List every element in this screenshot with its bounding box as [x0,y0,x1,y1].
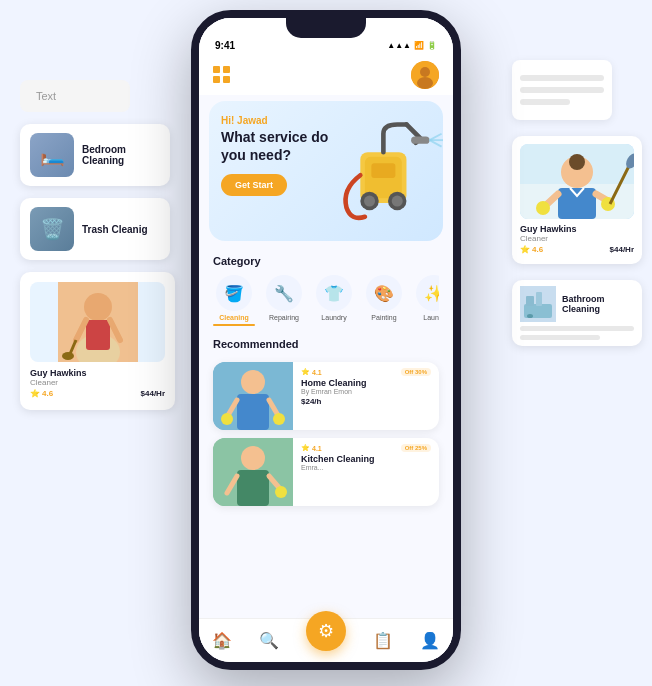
phone: 9:41 ▲▲▲ 📶 🔋 [191,10,461,670]
home-cleaning-off: Off 30% [401,368,431,376]
trash-cleaning-card[interactable]: 🗑️ Trash Cleanig [20,198,170,260]
svg-rect-47 [237,470,269,506]
left-person-price: $44/Hr [141,389,165,398]
category-list: 🪣 Cleaning 🔧 Repairing 👕 Laundry 🎨 [213,275,439,326]
category-item-repairing[interactable]: 🔧 Repairing [263,275,305,326]
right-person-price: $44/Hr [610,245,634,254]
nav-profile[interactable]: 👤 [420,631,440,650]
category-item-cleaning[interactable]: 🪣 Cleaning [213,275,255,326]
right-line-1 [520,75,604,81]
right-person-rating-row: ⭐ 4.6 $44/Hr [520,245,634,254]
active-underline [213,324,255,326]
bath-line-1 [520,326,634,331]
laun-label: Laun... [423,314,439,321]
left-person-role: Cleaner [30,378,87,387]
svg-point-26 [417,77,433,89]
home-cleaning-price: $24/h [301,397,431,406]
bathroom-lines [520,326,634,340]
laundry-icon-circle: 👕 [316,275,352,311]
laun-icon-circle: ✨ [416,275,439,311]
home-cleaning-image [213,362,293,430]
bottom-nav: 🏠 🔍 ⚙ 📋 👤 [199,618,453,662]
user-avatar[interactable] [411,61,439,89]
nav-home[interactable]: 🏠 [212,631,232,650]
rec-card-kitchen-cleaning[interactable]: ⭐ 4.1 Off 25% Kitchen Cleaning Emra... [213,438,439,506]
svg-point-25 [420,67,430,77]
nav-search[interactable]: 🔍 [259,631,279,650]
recommended-section: Recommennded [199,330,453,362]
home-cleaning-title: Home Cleaning [301,378,431,388]
repairing-label: Repairing [269,314,299,321]
menu-grid-icon[interactable] [213,66,231,84]
right-sidebar: Guy Hawkins Cleaner ⭐ 4.6 $44/Hr B [512,60,642,346]
painting-label: Painting [371,314,396,321]
kitchen-cleaning-title: Kitchen Cleaning [301,454,431,464]
recommended-title: Recommennded [213,338,439,350]
right-line-2 [520,87,604,93]
laundry-label: Laundry [321,314,346,321]
left-person-card[interactable]: Guy Hawkins Cleaner ⭐ 4.6 $44/Hr [20,272,175,410]
grid-dot-1 [213,66,220,73]
svg-point-43 [221,413,233,425]
svg-rect-21 [526,296,534,306]
svg-point-44 [273,413,285,425]
left-person-rating-row: ⭐ 4.6 $44/Hr [30,389,165,398]
right-person-card[interactable]: Guy Hawkins Cleaner ⭐ 4.6 $44/Hr [512,136,642,264]
svg-rect-11 [558,188,596,219]
nav-center-button[interactable]: ⚙ [306,611,346,651]
left-person-name: Guy Hawkins [30,368,87,378]
phone-screen: 9:41 ▲▲▲ 📶 🔋 [199,18,453,662]
category-item-laundry[interactable]: 👕 Laundry [313,275,355,326]
get-start-button[interactable]: Get Start [221,174,287,196]
repairing-icon-circle: 🔧 [266,275,302,311]
status-icons: ▲▲▲ 📶 🔋 [387,41,437,50]
kitchen-cleaning-meta: ⭐ 4.1 Off 25% [301,444,431,452]
kitchen-cleaning-rating: ⭐ 4.1 [301,444,322,452]
svg-line-32 [430,140,442,146]
rec-card-home-cleaning[interactable]: ⭐ 4.1 Off 30% Home Cleaning By Emran Emo… [213,362,439,430]
right-person-role: Cleaner [520,234,577,243]
phone-wrapper: 9:41 ▲▲▲ 📶 🔋 [191,10,461,670]
svg-point-23 [527,314,533,318]
category-section: Category 🪣 Cleaning 🔧 Repairing 👕 Laundr… [199,247,453,330]
cleaning-label: Cleaning [219,314,249,321]
hero-banner: Hi! Jawad What service do you need? Get … [209,101,443,241]
status-time: 9:41 [215,40,235,51]
home-cleaning-rating: ⭐ 4.1 [301,368,322,376]
painting-icon-circle: 🎨 [366,275,402,311]
left-person-info: Guy Hawkins Cleaner [30,368,165,387]
bathroom-image [520,286,556,322]
kitchen-cleaning-off: Off 25% [401,444,431,452]
svg-rect-22 [536,292,542,306]
right-lines-card [512,60,612,120]
svg-point-1 [84,293,112,321]
svg-point-12 [569,154,585,170]
right-person-image [520,144,634,219]
trash-card-title: Trash Cleanig [82,224,148,235]
svg-point-50 [275,486,287,498]
category-item-laun[interactable]: ✨ Laun... [413,275,439,326]
svg-point-16 [536,201,550,215]
category-item-painting[interactable]: 🎨 Painting [363,275,405,326]
svg-rect-40 [237,394,269,430]
bedroom-card-title: Bedroom Cleaning [82,144,160,166]
right-person-info: Guy Hawkins Cleaner [520,224,634,243]
bathroom-top: Bathroom Cleaning [520,286,634,322]
nav-list[interactable]: 📋 [373,631,393,650]
bedroom-image: 🛏️ [30,133,74,177]
text-placeholder-label: Text [36,90,56,102]
phone-notch [286,18,366,38]
kitchen-cleaning-body: ⭐ 4.1 Off 25% Kitchen Cleaning Emra... [293,438,439,506]
bathroom-cleaning-card[interactable]: Bathroom Cleaning [512,280,642,346]
grid-dot-3 [213,76,220,83]
svg-point-7 [62,352,74,360]
right-person-rating: ⭐ 4.6 [520,245,543,254]
svg-point-39 [241,370,265,394]
bedroom-cleaning-card[interactable]: 🛏️ Bedroom Cleaning [20,124,170,186]
right-person-name: Guy Hawkins [520,224,577,234]
left-person-image [30,282,165,362]
grid-dot-4 [223,76,230,83]
home-cleaning-body: ⭐ 4.1 Off 30% Home Cleaning By Emran Emo… [293,362,439,430]
home-cleaning-by: By Emran Emon [301,388,431,395]
top-nav [199,55,453,95]
